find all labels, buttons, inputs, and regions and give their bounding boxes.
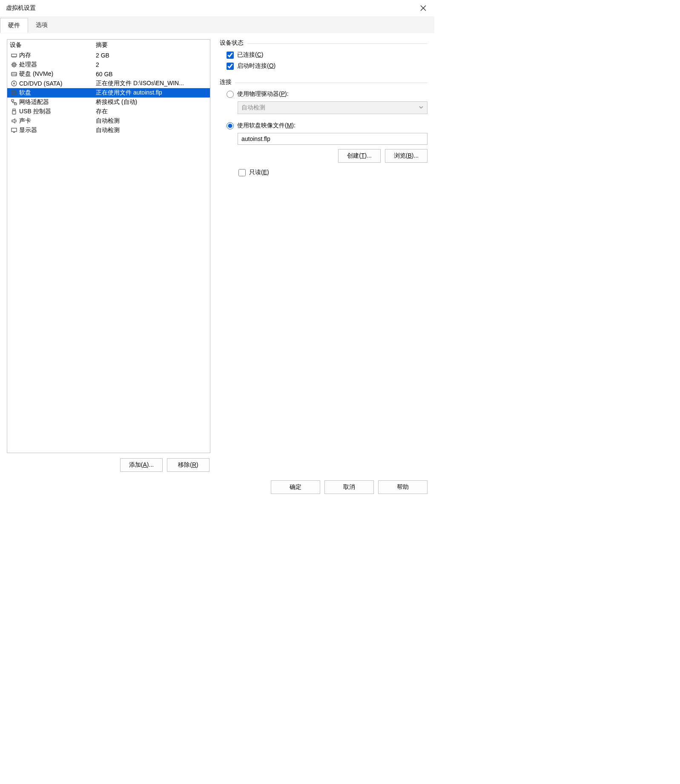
connected-checkbox[interactable] — [227, 52, 234, 59]
sound-icon — [10, 118, 18, 124]
image-path-input[interactable] — [238, 133, 428, 145]
connected-label[interactable]: 已连接(C) — [237, 51, 263, 59]
hardware-name: 软盘 — [19, 89, 96, 97]
connect-on-power-checkbox[interactable] — [227, 63, 234, 70]
hardware-summary: 正在使用文件 autoinst.flp — [96, 89, 207, 97]
cd-icon — [10, 80, 18, 87]
readonly-checkbox[interactable] — [238, 169, 246, 176]
hardware-name: CD/DVD (SATA) — [19, 80, 96, 87]
create-image-button[interactable]: 创建(T)... — [338, 149, 381, 163]
hardware-row[interactable]: CD/DVD (SATA)正在使用文件 D:\ISOs\EN_WIN... — [7, 79, 210, 88]
floppy-icon — [10, 89, 18, 96]
browse-image-button[interactable]: 浏览(B)... — [385, 149, 428, 163]
ok-button[interactable]: 确定 — [271, 480, 320, 494]
hardware-row[interactable]: 显示器自动检测 — [7, 126, 210, 135]
help-button[interactable]: 帮助 — [378, 480, 428, 494]
hardware-row[interactable]: 硬盘 (NVMe)60 GB — [7, 69, 210, 79]
hardware-row[interactable]: 网络适配器桥接模式 (自动) — [7, 98, 210, 107]
connection-group: 连接 使用物理驱动器(P): 自动检测 — [219, 78, 428, 178]
hardware-summary: 60 GB — [96, 71, 207, 78]
add-hardware-button[interactable]: 添加(A)... — [120, 458, 163, 472]
hardware-summary: 自动检测 — [96, 117, 207, 125]
column-device: 设备 — [10, 41, 96, 49]
hardware-name: 处理器 — [19, 61, 96, 69]
hardware-summary: 2 GB — [96, 52, 207, 59]
use-image-label[interactable]: 使用软盘映像文件(M): — [237, 122, 296, 129]
cpu-icon — [10, 61, 18, 68]
hardware-summary: 自动检测 — [96, 126, 207, 134]
cancel-button[interactable]: 取消 — [324, 480, 374, 494]
device-status-title: 设备状态 — [220, 39, 244, 47]
hardware-row[interactable]: 声卡自动检测 — [7, 116, 210, 126]
physical-drive-value: 自动检测 — [241, 104, 265, 112]
hardware-name: USB 控制器 — [19, 108, 96, 115]
hardware-summary: 2 — [96, 61, 207, 68]
close-button[interactable] — [417, 2, 429, 14]
remove-hardware-button[interactable]: 移除(R) — [167, 458, 209, 472]
tab-hardware[interactable]: 硬件 — [0, 18, 28, 33]
use-physical-radio[interactable] — [227, 91, 234, 98]
titlebar: 虚拟机设置 — [0, 0, 434, 16]
hardware-summary: 桥接模式 (自动) — [96, 98, 207, 106]
network-icon — [10, 99, 18, 106]
hardware-name: 内存 — [19, 52, 96, 59]
hardware-row[interactable]: 处理器2 — [7, 60, 210, 69]
memory-icon — [10, 52, 18, 59]
hardware-row[interactable]: USB 控制器存在 — [7, 107, 210, 116]
dialog-footer: 确定 取消 帮助 — [0, 476, 434, 500]
hardware-summary: 存在 — [96, 108, 207, 115]
hardware-list[interactable]: 设备 摘要 内存2 GB处理器2硬盘 (NVMe)60 GBCD/DVD (SA… — [7, 39, 210, 453]
column-summary: 摘要 — [96, 41, 207, 49]
tabs: 硬件 选项 — [0, 16, 434, 33]
hardware-name: 硬盘 (NVMe) — [19, 70, 96, 78]
tab-options[interactable]: 选项 — [28, 18, 55, 33]
hardware-name: 声卡 — [19, 117, 96, 125]
close-icon — [420, 5, 426, 11]
hardware-row[interactable]: 内存2 GB — [7, 51, 210, 60]
use-physical-label[interactable]: 使用物理驱动器(P): — [237, 90, 289, 98]
physical-drive-select[interactable]: 自动检测 — [238, 101, 428, 114]
hardware-name: 网络适配器 — [19, 98, 96, 106]
connect-on-power-label[interactable]: 启动时连接(O) — [237, 62, 275, 70]
readonly-label[interactable]: 只读(E) — [249, 169, 269, 176]
disk-icon — [10, 71, 18, 78]
connection-title: 连接 — [220, 78, 232, 86]
device-status-group: 设备状态 已连接(C) 启动时连接(O) — [219, 39, 428, 72]
hardware-name: 显示器 — [19, 126, 96, 134]
hardware-summary: 正在使用文件 D:\ISOs\EN_WIN... — [96, 80, 207, 87]
hardware-row[interactable]: 软盘正在使用文件 autoinst.flp — [7, 88, 210, 98]
hardware-list-header: 设备 摘要 — [7, 40, 210, 51]
use-image-radio[interactable] — [227, 122, 234, 129]
window-title: 虚拟机设置 — [6, 4, 36, 12]
chevron-down-icon — [419, 104, 424, 111]
display-icon — [10, 127, 18, 134]
usb-icon — [10, 108, 18, 115]
